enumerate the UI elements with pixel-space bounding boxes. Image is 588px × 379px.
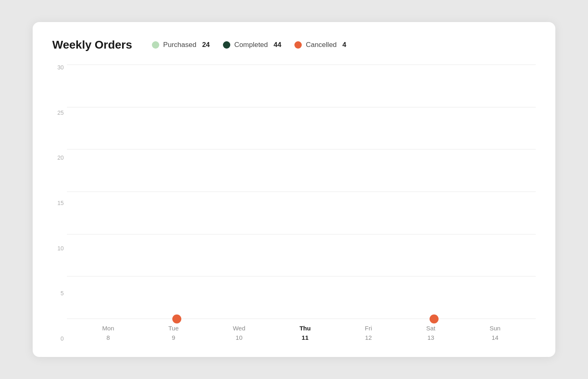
y-axis-label: 20 — [52, 155, 64, 161]
legend-purchased: Purchased 24 — [152, 41, 210, 49]
purchased-count: 24 — [202, 41, 210, 49]
legend-completed: Completed 44 — [223, 41, 281, 49]
x-axis-label: Mon8 — [102, 324, 114, 342]
chart-legend: Purchased 24 Completed 44 Cancelled 4 — [152, 41, 346, 49]
cancelled-label: Cancelled — [306, 41, 337, 49]
x-axis-label: Sun14 — [490, 324, 501, 342]
cancelled-indicator — [172, 314, 181, 323]
x-axis-label: Fri12 — [365, 324, 372, 342]
grid-and-bars — [67, 65, 536, 319]
y-axis-label: 30 — [52, 65, 64, 70]
y-axis-label: 25 — [52, 110, 64, 116]
x-axis-label: Sat13 — [426, 324, 436, 342]
cancelled-count: 4 — [343, 41, 346, 49]
y-axis-label: 5 — [52, 290, 64, 296]
bars-container — [67, 65, 536, 319]
y-axis-label: 0 — [52, 336, 64, 341]
x-axis-label: Tue9 — [168, 324, 178, 342]
x-axis-label: Thu11 — [299, 324, 311, 342]
completed-dot — [223, 41, 230, 49]
chart-body: 051015202530 Mon8Tue9Wed10Thu11Fri12Sat1… — [52, 65, 536, 342]
plot-area: Mon8Tue9Wed10Thu11Fri12Sat13Sun14 — [67, 65, 536, 342]
purchased-dot — [152, 41, 159, 49]
purchased-label: Purchased — [163, 41, 196, 49]
x-axis: Mon8Tue9Wed10Thu11Fri12Sat13Sun14 — [67, 324, 536, 342]
y-axis: 051015202530 — [52, 65, 67, 342]
y-axis-label: 15 — [52, 200, 64, 206]
chart-header: Weekly Orders Purchased 24 Completed 44 … — [52, 38, 536, 51]
cancelled-dot — [294, 41, 302, 49]
y-axis-label: 10 — [52, 245, 64, 251]
chart-area: 051015202530 Mon8Tue9Wed10Thu11Fri12Sat1… — [52, 65, 536, 342]
weekly-orders-card: Weekly Orders Purchased 24 Completed 44 … — [33, 22, 555, 357]
completed-label: Completed — [234, 41, 268, 49]
chart-title: Weekly Orders — [52, 38, 132, 51]
x-axis-label: Wed10 — [233, 324, 245, 342]
cancelled-indicator — [430, 314, 439, 323]
completed-count: 44 — [274, 41, 281, 49]
legend-cancelled: Cancelled 4 — [294, 41, 346, 49]
